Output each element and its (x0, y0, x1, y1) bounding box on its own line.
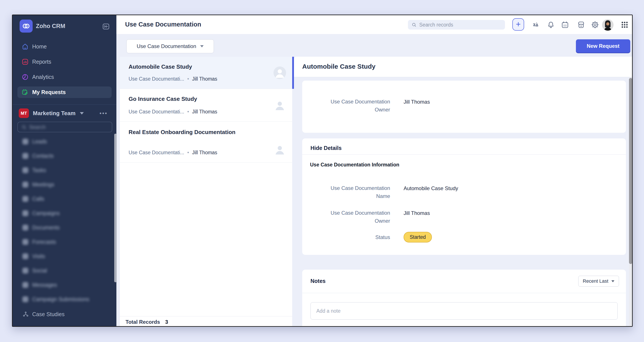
sidebar-item-label: Home (32, 43, 47, 50)
quick-create-button[interactable]: + (512, 18, 524, 31)
module-icon (22, 153, 28, 159)
avatar (274, 143, 286, 156)
hide-details-toggle[interactable]: Hide Details (310, 145, 342, 151)
zia-ai-icon[interactable] (532, 21, 540, 29)
record-owner: Jill Thomas (192, 76, 217, 82)
record-owner: Jill Thomas (192, 109, 217, 115)
module-icon (22, 182, 28, 187)
sidebar-module-contacts[interactable]: Contacts (12, 151, 113, 161)
sidebar-module-meetings[interactable]: Meetings (12, 180, 113, 189)
analytics-icon (21, 73, 29, 81)
global-search[interactable] (408, 20, 505, 29)
field-label: Use Case Documentation Name (310, 184, 390, 200)
brand-name: Zoho CRM (36, 23, 65, 29)
brand-row: Zoho CRM (12, 15, 116, 38)
total-records-bar: Total Records 3 (120, 316, 292, 327)
my-requests-icon (21, 88, 29, 96)
sidebar-module-campaigns[interactable]: Campaigns (12, 208, 113, 218)
list-item[interactable]: Go Insurance Case Study Use Case Documen… (120, 89, 292, 122)
chevron-down-icon (611, 280, 614, 282)
sidebar-item-analytics[interactable]: Analytics (12, 73, 116, 81)
team-selector[interactable]: MT Marketing Team ••• (12, 108, 116, 118)
divider (302, 155, 626, 155)
module-icon (22, 239, 28, 245)
dot-separator: • (187, 150, 189, 156)
sidebar-module-messages[interactable]: Messages (12, 280, 113, 290)
dot-separator: • (187, 76, 189, 82)
notes-sort-dropdown[interactable]: Recent Last (578, 276, 619, 287)
detail-header: Automobile Case Study (294, 57, 633, 77)
record-title: Go Insurance Case Study (128, 95, 255, 103)
detail-record-title: Automobile Case Study (302, 63, 376, 70)
zoho-logo-icon (20, 19, 33, 33)
module-icon (22, 196, 28, 202)
calendar-icon[interactable] (561, 21, 569, 29)
sidebar-module-campaign-submissions[interactable]: Campaign Submissions (12, 294, 113, 304)
marketplace-icon[interactable] (577, 21, 585, 29)
avatar (274, 66, 286, 79)
field-value: Jill Thomas (404, 98, 430, 114)
details-card: Hide Details Use Case Documentation Info… (302, 138, 626, 255)
total-records-label: Total Records (126, 319, 160, 325)
sidebar-module-documents[interactable]: Documents (12, 223, 113, 232)
app-launcher-grid-icon[interactable] (621, 21, 628, 29)
detail-scrollbar-thumb[interactable] (629, 78, 632, 264)
detail-scrollbar-track[interactable] (629, 77, 632, 327)
settings-gear-icon[interactable] (591, 21, 599, 29)
record-title: Real Estate Onboarding Documentation (128, 128, 255, 136)
module-icon (22, 296, 28, 302)
sidebar: Zoho CRM Home Reports (12, 15, 116, 326)
sidebar-item-home[interactable]: Home (12, 42, 116, 51)
field-label: Use Case Documentation Owner (310, 98, 390, 114)
sidebar-module-case-studies[interactable]: Case Studies (12, 309, 113, 319)
record-title: Automobile Case Study (128, 63, 255, 71)
module-icon (22, 210, 28, 216)
add-note-input[interactable] (310, 302, 618, 320)
global-search-input[interactable] (419, 22, 498, 28)
module-search-placeholder: Search (29, 124, 46, 130)
home-icon (21, 43, 29, 50)
toolbar: Use Case Documentation New Request (116, 34, 633, 57)
field-value: Jill Thomas (404, 209, 430, 225)
sidebar-item-label: Analytics (32, 74, 54, 80)
team-name: Marketing Team (33, 110, 76, 117)
sidebar-module-visits[interactable]: Visits (12, 251, 113, 261)
sidebar-collapse-icon[interactable] (102, 22, 110, 31)
team-more-icon[interactable]: ••• (100, 110, 108, 116)
new-request-button[interactable]: New Request (576, 39, 630, 53)
module-search-input[interactable]: Search (18, 122, 112, 132)
user-avatar[interactable] (602, 19, 614, 31)
record-detail-panel: Automobile Case Study Use Case Documenta… (294, 57, 633, 327)
sidebar-module-leads[interactable]: Leads (12, 137, 113, 146)
record-module: Use Case Documentati... (128, 76, 184, 82)
page-title: Use Case Documentation (125, 21, 201, 28)
view-selector-dropdown[interactable]: Use Case Documentation (126, 39, 214, 53)
avatar (274, 99, 286, 112)
module-icon (22, 167, 28, 173)
list-item[interactable]: Automobile Case Study Use Case Documenta… (120, 57, 292, 89)
sidebar-item-my-requests[interactable]: My Requests (18, 86, 112, 98)
module-icon (22, 268, 28, 274)
record-owner: Jill Thomas (192, 150, 217, 156)
sidebar-module-social[interactable]: Social (12, 266, 113, 275)
sidebar-item-label: Reports (32, 59, 51, 65)
app-window: Zoho CRM Home Reports (12, 14, 633, 327)
field-value: Automobile Case Study (404, 184, 458, 200)
sidebar-item-reports[interactable]: Reports (12, 57, 116, 66)
notes-title: Notes (310, 278, 326, 284)
sidebar-module-forecasts[interactable]: Forecasts (12, 237, 113, 247)
sidebar-item-label: My Requests (32, 89, 66, 95)
team-badge: MT (19, 108, 29, 118)
sidebar-module-tasks[interactable]: Tasks (12, 165, 113, 175)
status-badge: Started (404, 232, 432, 242)
field-label: Use Case Documentation Owner (310, 209, 390, 225)
list-item[interactable]: Real Estate Onboarding Documentation Use… (120, 122, 292, 163)
module-icon (22, 225, 28, 230)
sidebar-module-calls[interactable]: Calls (12, 194, 113, 204)
reports-icon (21, 58, 29, 66)
record-module: Use Case Documentati... (128, 109, 184, 115)
search-icon (21, 125, 26, 130)
field-label: Status (310, 233, 390, 241)
notifications-bell-icon[interactable] (547, 21, 555, 29)
module-icon (22, 253, 28, 259)
